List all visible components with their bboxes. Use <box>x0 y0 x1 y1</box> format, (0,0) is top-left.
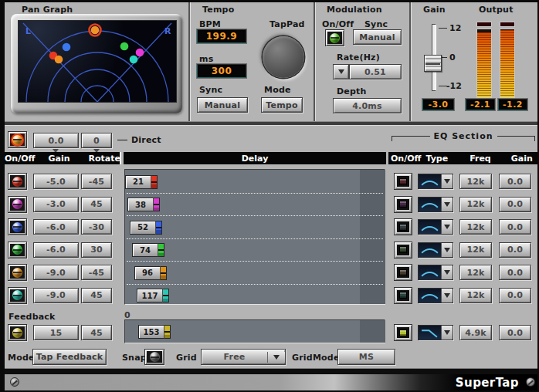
eq-gain-button[interactable]: 0.0 <box>499 265 531 280</box>
mod-onoff-led-button[interactable] <box>325 29 344 46</box>
eq-type-dropdown[interactable] <box>418 219 453 235</box>
eq-freq-button[interactable]: 12k <box>459 219 492 235</box>
row-separator <box>127 215 383 216</box>
pan-dot[interactable] <box>120 42 129 51</box>
brand-logo: SuperTap <box>456 376 519 390</box>
bpm-display[interactable]: 199.9 <box>197 29 246 43</box>
pan-dot[interactable] <box>63 43 71 52</box>
tappad-label: TapPad <box>270 19 305 29</box>
eq-gain-button[interactable]: 0.0 <box>499 288 531 303</box>
mode-button[interactable]: Tap Feedback <box>32 349 107 365</box>
eq-bell-curve-icon <box>419 289 442 302</box>
eq-onoff-button[interactable] <box>394 173 412 190</box>
gridmode-button[interactable]: MS <box>337 349 395 365</box>
direct-gain-value: 0.0 <box>48 136 63 146</box>
eq-header-gain: Gain <box>511 154 533 164</box>
pan-dot[interactable] <box>91 26 100 35</box>
eq-gain-button[interactable]: 0.0 <box>499 242 531 258</box>
ms-display[interactable]: 300 <box>197 64 246 78</box>
eq-bell-curve-icon <box>419 220 442 234</box>
feedback-eq-row: 4.9k 0.0 <box>0 324 539 341</box>
eq-gain-button[interactable]: 0.0 <box>499 197 531 212</box>
direct-rotate-value: 0 <box>93 136 100 146</box>
modulation-title: Modulation <box>327 5 382 15</box>
eq-freq-button[interactable]: 12k <box>459 288 492 303</box>
eq-freq-button[interactable]: 12k <box>459 242 492 258</box>
feedback-eq-gain-button[interactable]: 0.0 <box>499 325 531 340</box>
depth-label: Depth <box>337 86 367 96</box>
mode-value: Tap Feedback <box>36 352 103 362</box>
header-delay: Delay <box>242 154 269 164</box>
chevron-down-icon <box>267 352 285 363</box>
depth-button[interactable]: 4.0ms <box>333 98 402 113</box>
feedback-eq-freq-button[interactable]: 4.9k <box>459 325 492 340</box>
pan-graph-display[interactable]: L R <box>18 20 177 103</box>
feedback-eq-type-dropdown[interactable] <box>418 325 453 340</box>
eq-gain-value: 0.0 <box>507 222 523 232</box>
grid-dropdown[interactable]: Free <box>201 349 286 365</box>
window-frame <box>0 0 5 392</box>
pan-dot[interactable] <box>55 56 63 64</box>
eq-onoff-button[interactable] <box>394 264 412 281</box>
delay-header: Delay <box>124 152 386 164</box>
eq-freq-value: 4.9k <box>465 328 486 338</box>
pan-left-label: L <box>25 26 31 36</box>
clip-indicator[interactable] <box>476 22 492 27</box>
eq-onoff-button[interactable] <box>394 196 412 213</box>
tempo-sync-value: Manual <box>205 100 240 110</box>
eq-row: 12k 0.0 <box>0 196 539 213</box>
eq-gain-value: 0.0 <box>507 268 523 278</box>
eq-row: 12k 0.0 <box>0 287 539 304</box>
eq-freq-button[interactable]: 12k <box>459 174 492 189</box>
depth-value: 4.0ms <box>352 101 382 111</box>
eq-onoff-button[interactable] <box>394 218 412 235</box>
bpm-value: 199.9 <box>206 31 237 42</box>
screw-icon <box>526 377 535 387</box>
eq-gain-button[interactable]: 0.0 <box>499 174 531 189</box>
mod-sync-label: Sync <box>364 19 388 29</box>
grid-value: Free <box>202 352 267 362</box>
eq-onoff-button[interactable] <box>394 242 412 259</box>
header-onoff: On/Off <box>5 154 35 164</box>
rate-value-button[interactable]: 0.51 <box>349 64 402 79</box>
eq-bell-curve-icon <box>419 174 442 188</box>
eq-gain-button[interactable]: 0.0 <box>499 219 531 235</box>
clip-indicator[interactable] <box>500 22 515 27</box>
output-meter-right <box>500 22 515 98</box>
eq-type-dropdown[interactable] <box>418 174 453 189</box>
eq-freq-value: 12k <box>466 268 484 278</box>
row-separator <box>127 284 383 285</box>
eq-bell-curve-icon <box>419 265 442 279</box>
eq-type-dropdown[interactable] <box>418 242 453 258</box>
horizontal-divider <box>0 121 539 126</box>
tempo-mode-button[interactable]: Tempo <box>261 97 303 113</box>
gridmode-value: MS <box>359 352 374 362</box>
eq-onoff-button[interactable] <box>394 287 412 304</box>
eq-type-dropdown[interactable] <box>418 197 453 212</box>
direct-onoff-led-button[interactable] <box>8 131 27 148</box>
eq-freq-value: 12k <box>466 222 484 232</box>
tempo-sync-button[interactable]: Manual <box>197 97 248 113</box>
pan-dot[interactable] <box>136 49 144 57</box>
chevron-down-icon <box>442 289 453 302</box>
rate-dropdown-button[interactable] <box>333 64 349 79</box>
eq-freq-button[interactable]: 12k <box>459 197 492 212</box>
snap-led-button[interactable] <box>144 349 164 365</box>
direct-rotate-button[interactable]: 0 <box>81 133 112 148</box>
eq-type-dropdown[interactable] <box>418 265 453 280</box>
pan-dots <box>49 25 144 64</box>
eq-state-icon <box>399 224 407 231</box>
mod-sync-button[interactable]: Manual <box>353 29 402 45</box>
direct-gain-button[interactable]: 0.0 <box>33 133 79 148</box>
tappad-knob[interactable] <box>263 36 304 78</box>
tick-mark <box>439 28 447 29</box>
pan-dot[interactable] <box>130 56 138 64</box>
plugin-window: Pan Graph L R Tempo BPM 199.9 TapPad ms <box>0 0 539 392</box>
feedback-eq-onoff-button[interactable] <box>394 324 412 341</box>
eq-freq-button[interactable]: 12k <box>459 265 492 280</box>
gain-slider-thumb[interactable] <box>424 55 442 72</box>
eq-type-dropdown[interactable] <box>418 288 453 303</box>
tempo-mode-label: Mode <box>264 85 291 95</box>
tap-columns-header: On/Off Gain Rotate <box>0 152 121 164</box>
gain-value-display[interactable]: -3.0 <box>422 99 454 110</box>
